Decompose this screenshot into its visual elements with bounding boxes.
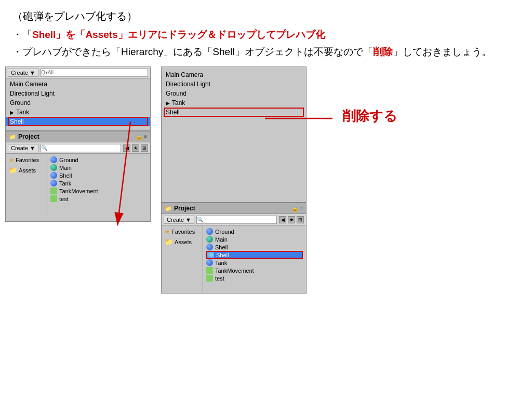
layout-icon[interactable]: ⊞ [141,144,148,152]
asset-ground[interactable]: Ground [50,156,147,164]
script-icon [206,267,213,274]
asset-shell[interactable]: Shell [50,171,147,179]
instruction-line2: ・プレハブができたら「Hierarchy」にある「Shell」オブジェクトは不要… [12,45,520,60]
prefab-icon: ◇ [207,251,214,258]
right-project-toolbar: Create ▼ ◀ ★ ⊞ [162,214,306,225]
left-hierarchy-toolbar: Create ▼ [6,67,150,78]
hierarchy-item[interactable]: Main Camera [162,70,306,79]
spacer [162,119,306,202]
left-create-button[interactable]: Create ▼ [8,69,38,77]
left-assets-list: Ground Main Shell Tank [47,154,150,221]
right-panel-wrapper: Main Camera Directional Light Ground ▶Ta… [161,66,307,294]
filter-icon[interactable]: ◀ [123,144,130,152]
assets-section[interactable]: 📁 Assets [6,165,47,176]
screenshots-container: Create ▼ Main Camera Directional Light G… [0,66,532,294]
asset-tankmovement[interactable]: TankMovement [50,187,147,195]
menu-icon: ≡ [300,205,303,212]
menu-icon: ≡ [144,134,147,140]
right-assets-list: Ground Main Shell ◇ Shell [203,225,306,293]
right-project-search[interactable] [196,216,277,224]
left-project-sidebar: ★Favorites 📁 Assets [6,154,47,221]
instruction-pre: ・「 [12,29,32,40]
lock-icon: 🔒 [291,205,299,212]
favorites-section[interactable]: ★Favorites [6,156,47,165]
left-search-input[interactable] [41,69,148,77]
instruction-highlight: Shell」を「Assets」エリアにドラッグ＆ドロップしてプレハブ化 [32,29,325,40]
asset-tank[interactable]: Tank [206,259,303,267]
left-project-search[interactable] [41,144,121,152]
asset-test[interactable]: test [50,195,147,203]
right-hierarchy-list: Main Camera Directional Light Ground ▶Ta… [162,67,306,119]
right-project-body: ★Favorites 📁 Assets Ground [162,225,306,293]
left-project-body: ★Favorites 📁 Assets Ground Main [6,154,150,221]
right-project-create-btn[interactable]: Create ▼ [164,216,194,224]
layout-icon[interactable]: ⊞ [297,216,304,223]
hierarchy-shell-item-right[interactable]: Shell [162,108,306,117]
asset-shell-sphere[interactable]: Shell [206,243,303,251]
instruction-area: （砲弾をプレハブ化する） ・「Shell」を「Assets」エリアにドラッグ＆ド… [0,0,532,64]
script-icon [50,195,57,202]
asset-shell-prefab[interactable]: ◇ Shell [206,251,303,259]
filter-icon[interactable]: ◀ [279,216,286,223]
asset-main[interactable]: Main [50,164,147,171]
asset-ground[interactable]: Ground [206,228,303,235]
right-project-section: 📁 Project 🔒 ≡ Create ▼ ◀ ★ ⊞ [162,202,306,293]
left-project-toolbar: Create ▼ ◀ ★ ⊞ [6,142,150,154]
instruction-title: （砲弾をプレハブ化する） [12,9,520,23]
sphere-icon [206,244,213,250]
right-project-header: 📁 Project 🔒 ≡ [162,203,306,214]
delete-label: 削除する [342,107,397,125]
sphere-icon [206,228,213,235]
star-filter-icon[interactable]: ★ [132,144,139,152]
hierarchy-item[interactable]: Directional Light [6,89,150,98]
left-project-header: 📁 Project 🔒 ≡ [6,131,150,142]
hierarchy-item[interactable]: Ground [6,98,150,108]
right-unity-panel: Main Camera Directional Light Ground ▶Ta… [161,66,307,294]
asset-tankmovement[interactable]: TankMovement [206,267,303,274]
sphere-icon [50,180,57,187]
right-project-sidebar: ★Favorites 📁 Assets [162,225,203,293]
left-project-section: 📁 Project 🔒 ≡ Create ▼ ◀ ★ ⊞ [6,130,150,221]
favorites-section[interactable]: ★Favorites [162,228,203,236]
hierarchy-item[interactable]: Ground [162,89,306,98]
instruction-line1: ・「Shell」を「Assets」エリアにドラッグ＆ドロップしてプレハブ化 [12,28,520,43]
asset-test[interactable]: test [206,274,303,282]
asset-tank[interactable]: Tank [50,179,147,187]
hierarchy-item[interactable]: ▶Tank [6,108,150,117]
assets-section[interactable]: 📁 Assets [162,236,203,247]
sphere-icon [206,259,213,266]
left-hierarchy-list: Main Camera Directional Light Ground ▶Ta… [6,78,150,130]
script-icon [206,275,213,282]
script-icon [50,188,57,194]
hierarchy-item[interactable]: Directional Light [162,79,306,89]
star-filter-icon[interactable]: ★ [288,216,295,223]
asset-main[interactable]: Main [206,235,303,243]
hierarchy-item[interactable]: Main Camera [6,79,150,89]
hierarchy-item[interactable]: ▶Tank [162,98,306,108]
left-unity-panel: Create ▼ Main Camera Directional Light G… [5,66,151,222]
sphere-icon [50,156,57,163]
sphere-icon [50,172,57,179]
teal-sphere-icon [206,236,213,243]
teal-sphere-icon [50,164,57,171]
lock-icon: 🔒 [136,134,143,140]
left-project-create-btn[interactable]: Create ▼ [8,144,38,152]
hierarchy-shell-item[interactable]: Shell [6,117,150,126]
